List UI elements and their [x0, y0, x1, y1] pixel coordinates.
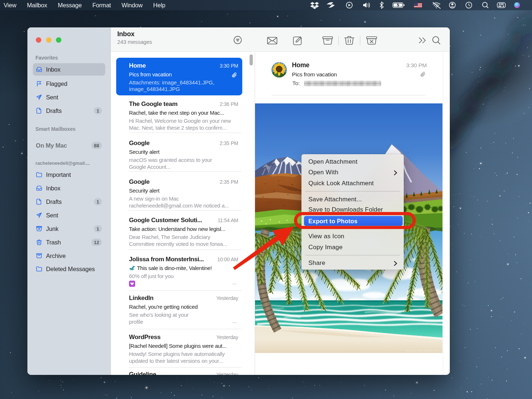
svg-text:Photo by Renz Macion via Canva: Photo by Renz Macion via Canva	[405, 349, 442, 352]
